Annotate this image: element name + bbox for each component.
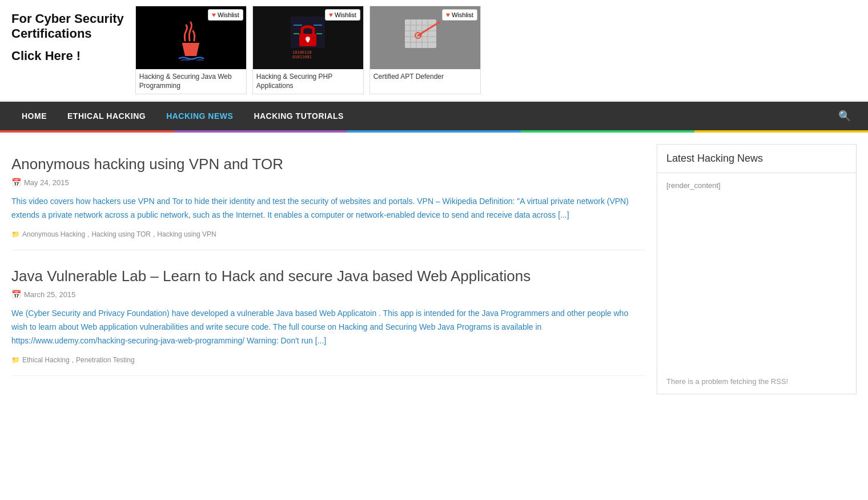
category-link-tor[interactable]: Hacking using TOR [91, 230, 151, 238]
article-excerpt-2: We (Cyber Security and Privacy Foundatio… [11, 307, 645, 347]
course-card-php[interactable]: ♥ Wishlist [252, 6, 364, 94]
article-date-2: 📅 March 25, 2015 [11, 290, 645, 299]
course-card-img-apt: ♥ Wishlist [370, 6, 480, 69]
category-link-pentest[interactable]: Penetration Testing [76, 356, 135, 364]
course-card-java[interactable]: ♥ Wishlist [135, 6, 247, 94]
svg-rect-7 [307, 39, 309, 42]
wishlist-button-php[interactable]: ♥ Wishlist [325, 9, 360, 21]
wishlist-label: Wishlist [218, 11, 239, 18]
calendar-icon-2: 📅 [11, 290, 21, 299]
apt-icon [402, 14, 448, 62]
sidebar-widget-news: Latest Hacking News [render_content] The… [657, 144, 857, 394]
sidebar-render-placeholder: [render_content] [657, 173, 856, 198]
category-link-vpn[interactable]: Hacking using VPN [157, 230, 216, 238]
heart-icon: ♥ [212, 11, 216, 19]
article-date-text-2: March 25, 2015 [24, 290, 75, 299]
article-title-2[interactable]: Java Vulnerable Lab – Learn to Hack and … [11, 267, 645, 285]
course-card-title-java: Hacking & Securing Java Web Programming [136, 69, 246, 94]
heart-icon-3: ♥ [446, 11, 450, 19]
nav-right: 🔍 [833, 110, 857, 122]
course-card-img-php: ♥ Wishlist [253, 6, 363, 69]
course-card-title-php: Hacking & Securing PHP Applications [253, 69, 363, 94]
article-date-text-1: May 24, 2015 [24, 178, 69, 187]
wishlist-button-java[interactable]: ♥ Wishlist [208, 9, 243, 21]
article-date-1: 📅 May 24, 2015 [11, 178, 645, 187]
category-link-ethical[interactable]: Ethical Hacking [22, 356, 70, 364]
sidebar-widget-title: Latest Hacking News [657, 145, 856, 173]
course-cards: ♥ Wishlist [135, 6, 481, 94]
nav-ethical-hacking[interactable]: ETHICAL HACKING [57, 102, 156, 130]
promo-text[interactable]: For Cyber Security Certifications Click … [11, 6, 135, 69]
search-icon[interactable]: 🔍 [833, 110, 857, 122]
article-categories-1: 📁 Anonymous Hacking, Hacking using TOR, … [11, 230, 645, 238]
sidebar-spacer [657, 198, 856, 369]
php-icon: 10100110 01011001 [288, 14, 328, 62]
nav-home[interactable]: HOME [11, 102, 57, 130]
nav-hacking-news[interactable]: HACKING NEWS [156, 102, 243, 130]
course-card-title-apt: Certified APT Defender [370, 69, 480, 85]
main-container: Anonymous hacking using VPN and TOR 📅 Ma… [0, 133, 868, 417]
content-area: Anonymous hacking using VPN and TOR 📅 Ma… [11, 144, 645, 406]
course-card-img-java: ♥ Wishlist [136, 6, 246, 69]
article-2: Java Vulnerable Lab – Learn to Hack and … [11, 256, 645, 376]
promo-line2: Certifications [11, 26, 124, 41]
article-categories-2: 📁 Ethical Hacking, Penetration Testing [11, 356, 645, 364]
article-1: Anonymous hacking using VPN and TOR 📅 Ma… [11, 144, 645, 250]
article-excerpt-1: This video covers how hackers use VPN an… [11, 195, 645, 222]
folder-icon-2: 📁 [11, 356, 20, 364]
sidebar-rss-error: There is a problem fetching the RSS! [657, 369, 856, 394]
promo-line1: For Cyber Security [11, 11, 124, 26]
svg-text:10100110: 10100110 [292, 50, 312, 55]
calendar-icon-1: 📅 [11, 178, 21, 187]
wishlist-label-3: Wishlist [452, 11, 473, 18]
header-banner: For Cyber Security Certifications Click … [0, 0, 868, 102]
course-card-apt[interactable]: ♥ Wishlist [369, 6, 481, 94]
wishlist-label-2: Wishlist [335, 11, 356, 18]
sidebar: Latest Hacking News [render_content] The… [657, 144, 857, 406]
category-link-anon[interactable]: Anonymous Hacking [22, 230, 85, 238]
render-placeholder-text: [render_content] [666, 181, 721, 190]
wishlist-button-apt[interactable]: ♥ Wishlist [442, 9, 477, 21]
article-title-1[interactable]: Anonymous hacking using VPN and TOR [11, 155, 645, 173]
nav-bar: HOME ETHICAL HACKING HACKING NEWS HACKIN… [0, 102, 868, 130]
heart-icon-2: ♥ [329, 11, 333, 19]
nav-hacking-tutorials[interactable]: HACKING TUTORIALS [243, 102, 354, 130]
folder-icon-1: 📁 [11, 230, 20, 238]
svg-text:01011001: 01011001 [292, 55, 312, 59]
promo-cta[interactable]: Click Here ! [11, 49, 124, 63]
